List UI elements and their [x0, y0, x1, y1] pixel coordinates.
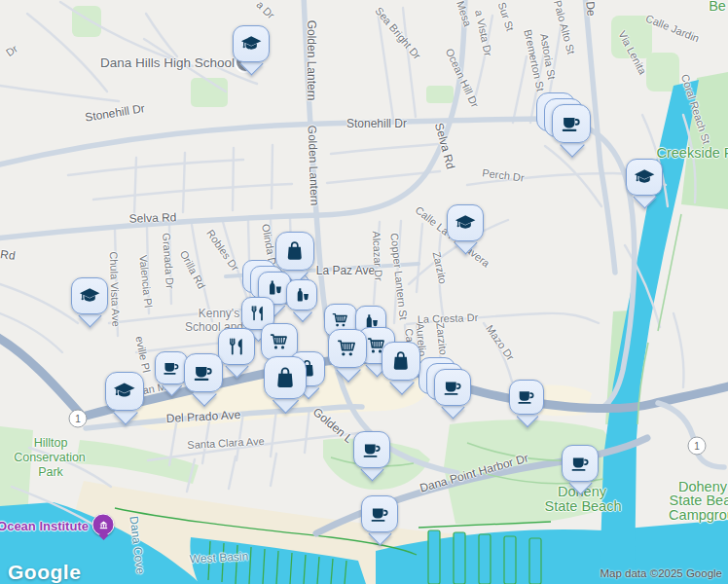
- coffee-marker-bubble[interactable]: [562, 445, 599, 482]
- bag-icon: [273, 365, 298, 390]
- museum-pin[interactable]: [92, 514, 115, 536]
- coffee-icon: [192, 361, 215, 384]
- school-icon: [240, 33, 262, 55]
- bag-marker-bubble[interactable]: [275, 232, 314, 271]
- route-shield: 1: [688, 437, 707, 456]
- school-marker[interactable]: [626, 159, 663, 196]
- bag-marker[interactable]: [275, 232, 314, 271]
- restaurant-marker[interactable]: [218, 328, 255, 365]
- coffee-marker-bubble[interactable]: [434, 369, 471, 406]
- bag-marker-bubble[interactable]: [382, 342, 420, 381]
- coffee-marker[interactable]: [155, 351, 188, 384]
- coffee-marker-bubble[interactable]: [155, 351, 188, 384]
- school-marker-bubble[interactable]: [105, 372, 144, 411]
- google-logo[interactable]: Google: [8, 561, 81, 584]
- coffee-icon: [569, 453, 591, 474]
- coffee-marker[interactable]: [184, 353, 223, 392]
- map-canvas[interactable]: Dana Hills High SchoolStonehill DrStoneh…: [0, 0, 728, 584]
- bag-icon: [283, 239, 307, 263]
- coffee-icon: [442, 377, 463, 398]
- cart-icon: [331, 310, 350, 330]
- coffee-icon: [369, 503, 390, 525]
- school-marker[interactable]: [71, 277, 108, 314]
- bag-marker-bubble[interactable]: [264, 356, 307, 399]
- cart-marker-bubble[interactable]: [328, 329, 367, 368]
- school-icon: [455, 212, 476, 234]
- coffee-marker[interactable]: [552, 104, 591, 143]
- coffee-marker[interactable]: [361, 495, 398, 532]
- coffee-marker[interactable]: [562, 445, 599, 482]
- coffee-marker-bubble[interactable]: [184, 353, 223, 392]
- bag-marker[interactable]: [264, 356, 307, 399]
- school-marker-bubble[interactable]: [71, 277, 108, 314]
- map-attribution: Map data ©2025 Google: [601, 567, 722, 579]
- cart-icon: [336, 337, 359, 360]
- bag-icon: [389, 349, 413, 373]
- bar-icon: [293, 286, 311, 305]
- school-marker-bubble[interactable]: [233, 25, 270, 62]
- school-marker[interactable]: [447, 204, 484, 241]
- cart-marker[interactable]: [328, 329, 367, 368]
- school-marker-bubble[interactable]: [626, 159, 663, 196]
- restaurant-icon: [248, 304, 268, 323]
- restaurant-icon: [226, 336, 247, 357]
- restaurant-marker-bubble[interactable]: [218, 328, 255, 365]
- coffee-icon: [516, 386, 536, 407]
- school-marker[interactable]: [105, 372, 144, 411]
- coffee-icon: [162, 358, 181, 378]
- route-shield: 1: [69, 410, 88, 428]
- school-icon: [79, 285, 100, 307]
- coffee-icon: [361, 439, 382, 460]
- coffee-marker-bubble[interactable]: [361, 495, 398, 532]
- school-icon: [113, 380, 136, 403]
- coffee-marker[interactable]: [509, 380, 544, 415]
- coffee-marker[interactable]: [353, 431, 390, 468]
- school-marker-bubble[interactable]: [447, 204, 484, 241]
- bag-marker[interactable]: [382, 342, 420, 381]
- bar-icon: [265, 278, 284, 298]
- school-icon: [634, 166, 655, 188]
- coffee-marker-bubble[interactable]: [509, 380, 544, 415]
- bar-marker[interactable]: [286, 279, 317, 310]
- museum-icon: [97, 519, 109, 530]
- coffee-icon: [560, 112, 583, 135]
- coffee-marker-bubble[interactable]: [353, 431, 390, 468]
- bar-marker-bubble[interactable]: [286, 279, 317, 310]
- school-marker[interactable]: [233, 25, 270, 62]
- coffee-marker[interactable]: [434, 369, 471, 406]
- coffee-marker-bubble[interactable]: [552, 104, 591, 143]
- cart-icon: [269, 331, 290, 352]
